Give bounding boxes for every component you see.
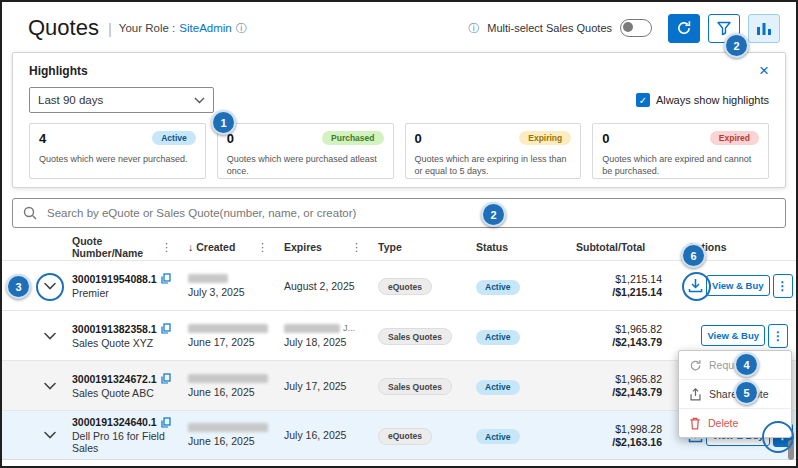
- chart-view-button[interactable]: [748, 14, 780, 43]
- quote-number: 3000191954088.1: [72, 273, 157, 285]
- stat-desc: Quotes which were purchased atleast once…: [227, 153, 384, 177]
- subtotal-value: $1,215.14: [576, 273, 662, 285]
- stat-count: 4: [39, 131, 46, 146]
- multiselect-toggle[interactable]: [620, 19, 652, 37]
- table-row: 3000191954088.1 Premier July 3, 2025 Aug…: [2, 260, 796, 310]
- total-value: /$2,143.79: [576, 386, 662, 398]
- type-badge: eQuotes: [378, 428, 432, 445]
- bar-chart-icon: [756, 21, 772, 35]
- chevron-down-icon: [194, 97, 205, 104]
- role-info-icon[interactable]: ⓘ: [236, 21, 247, 36]
- status-badge: Expired: [710, 131, 759, 145]
- stat-desc: Quotes which were never purchased.: [39, 153, 196, 165]
- row-kebab-button[interactable]: ⋮: [768, 324, 788, 348]
- total-value: /$2,143.79: [576, 336, 662, 348]
- period-dropdown[interactable]: Last 90 days: [29, 87, 214, 113]
- subtotal-value: $1,965.82: [576, 323, 662, 335]
- created-date: June 17, 2025: [188, 336, 284, 348]
- search-icon: [23, 206, 37, 220]
- multiselect-label: Multi-select Sales Quotes: [487, 22, 612, 34]
- quote-number: 3000191324640.1: [72, 416, 157, 428]
- page-header: Quotes | Your Role : SiteAdmin ⓘ ⓘ Multi…: [2, 2, 796, 50]
- expires-date: July 17, 2025: [284, 380, 378, 392]
- role-value-link[interactable]: SiteAdmin: [179, 22, 231, 34]
- row-kebab-button[interactable]: ⋮: [773, 274, 793, 298]
- expand-chevron-icon[interactable]: [41, 428, 59, 442]
- role-label: Your Role :: [119, 22, 175, 34]
- redacted-creator: [188, 423, 268, 432]
- annotation-4: 4: [734, 352, 759, 377]
- highlights-panel: Highlights × Last 90 days ✓ Always show …: [12, 52, 786, 188]
- quote-name: Dell Pro 16 for Field Sales: [72, 430, 188, 454]
- table-row: 3000191382358.1 Sales Quote XYZ June 17,…: [2, 310, 796, 360]
- stat-card-expired[interactable]: 0 Expired Quotes which are expired and c…: [592, 123, 769, 179]
- always-show-label: Always show highlights: [656, 94, 769, 106]
- status-badge: Active: [476, 330, 520, 345]
- column-quote-number[interactable]: Quote Number/Name ⋮: [72, 235, 188, 259]
- annotation-2-search: 2: [481, 202, 506, 227]
- column-expires[interactable]: Expires ⋮: [284, 241, 378, 254]
- column-type[interactable]: Type: [378, 241, 476, 253]
- column-menu-icon[interactable]: ⋮: [351, 241, 378, 254]
- stat-count: 0: [602, 131, 609, 146]
- expand-chevron-icon[interactable]: [41, 329, 59, 343]
- table-row: 3000191324672.1 Sales Quote ABC June 16,…: [2, 360, 796, 410]
- redacted-creator: [188, 324, 268, 333]
- requote-icon: [689, 359, 702, 372]
- multiselect-info-icon[interactable]: ⓘ: [468, 21, 479, 36]
- quotes-page: Quotes | Your Role : SiteAdmin ⓘ ⓘ Multi…: [0, 0, 798, 468]
- stat-card-purchased[interactable]: 0 Purchased Quotes which were purchased …: [217, 123, 394, 179]
- column-menu-icon[interactable]: ⋮: [161, 241, 188, 254]
- redacted-creator: [188, 374, 268, 383]
- copy-icon[interactable]: [161, 373, 171, 384]
- column-subtotal[interactable]: Subtotal/Total: [576, 241, 688, 253]
- trash-icon: [689, 417, 701, 430]
- refresh-button[interactable]: [668, 14, 700, 43]
- view-buy-button[interactable]: View & Buy: [701, 325, 765, 346]
- annotation-ring-download: [682, 272, 711, 301]
- type-badge: Sales Quotes: [378, 378, 452, 395]
- type-badge: eQuotes: [378, 278, 432, 295]
- quote-name: Sales Quote XYZ: [72, 337, 188, 349]
- highlights-title: Highlights: [29, 64, 88, 78]
- copy-icon[interactable]: [161, 417, 171, 428]
- annotation-6: 6: [681, 243, 706, 268]
- title-divider: |: [108, 20, 112, 37]
- status-badge: Expiring: [519, 131, 571, 145]
- redacted-creator: [188, 274, 228, 283]
- search-input[interactable]: [45, 206, 775, 220]
- status-badge: Active: [152, 131, 196, 145]
- annotation-2-filter: 2: [724, 33, 749, 58]
- stat-desc: Quotes which are expired and cannot be p…: [602, 153, 759, 177]
- copy-icon[interactable]: [161, 273, 171, 284]
- stat-card-active[interactable]: 4 Active Quotes which were never purchas…: [29, 123, 206, 179]
- column-created[interactable]: ↓ Created ⋮: [188, 241, 284, 254]
- column-status[interactable]: Status: [476, 241, 576, 253]
- quote-number: 3000191324672.1: [72, 373, 157, 385]
- stat-card-expiring[interactable]: 0 Expiring Quotes which are expiring in …: [405, 123, 582, 179]
- stat-desc: Quotes which are expiring in less than o…: [415, 153, 572, 177]
- subtotal-value: $1,965.82: [576, 373, 662, 385]
- close-icon[interactable]: ×: [759, 62, 769, 79]
- copy-icon[interactable]: [161, 323, 171, 334]
- truncated-text: J...: [343, 323, 355, 333]
- table-row: 3000191324640.1 Dell Pro 16 for Field Sa…: [2, 410, 796, 460]
- checkbox-checked-icon[interactable]: ✓: [636, 93, 650, 107]
- status-badge: Active: [476, 280, 520, 295]
- expand-chevron-icon[interactable]: [41, 379, 59, 393]
- sort-desc-icon[interactable]: ↓: [188, 241, 193, 253]
- status-badge: Purchased: [322, 131, 383, 145]
- view-buy-button[interactable]: View & Buy: [706, 275, 770, 296]
- subtotal-value: $1,998.28: [576, 423, 662, 435]
- always-show-checkbox-row[interactable]: ✓ Always show highlights: [636, 93, 769, 107]
- quote-number: 3000191382358.1: [72, 323, 157, 335]
- toggle-knob: [623, 22, 633, 32]
- period-dropdown-value: Last 90 days: [38, 94, 103, 106]
- status-badge: Active: [476, 429, 520, 444]
- status-badge: Active: [476, 380, 520, 395]
- total-value: /$2,163.16: [576, 436, 662, 448]
- annotation-ring-chevron: [36, 273, 64, 301]
- expires-date: July 18, 2025: [284, 336, 378, 348]
- type-badge: Sales Quotes: [378, 328, 452, 345]
- column-menu-icon[interactable]: ⋮: [257, 241, 284, 254]
